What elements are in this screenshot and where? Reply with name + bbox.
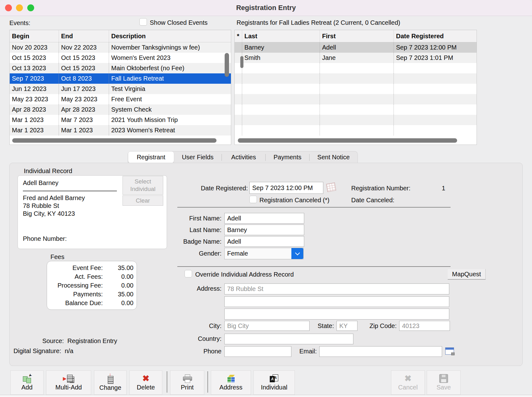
address-line2-input[interactable] [224,296,449,307]
fee-row: Processing Fee:0.00 [50,281,133,290]
event-row[interactable]: Apr 28 2023Apr 28 2023System Check [10,104,231,115]
event-row[interactable]: Mar 1 2023Mar 7 20232021 Youth Mission T… [10,115,231,125]
registrants-vertical-scrollbar[interactable] [240,56,243,68]
mapquest-button[interactable]: MapQuest [448,269,486,280]
events-vertical-scrollbar[interactable] [225,53,229,77]
registrant-panel: Individual Record Adell Barney Fred and … [9,163,523,366]
event-row[interactable]: Jun 12 2023Jun 17 2023Test Virginia [10,84,231,94]
date-registered-input[interactable]: Sep 7 2023 12:00 PM [249,182,323,194]
registrant-row[interactable] [235,115,477,125]
calendar-icon[interactable] [326,183,336,192]
cell: Oct 15 2023 [59,53,109,63]
cell [242,104,320,115]
fee-label: Processing Fee: [50,282,103,289]
override-address-checkbox[interactable] [185,270,192,278]
city-input[interactable]: Big City [224,321,310,331]
delete-button-label: Delete [137,384,155,391]
fee-row: Balance Due:0.00 [50,299,133,307]
select-individual-button[interactable]: Select Individual [123,176,163,195]
cell: Oct 15 2023 [59,63,109,73]
gender-dropdown-button[interactable] [291,248,303,259]
column-header-last[interactable]: Last [242,30,320,42]
country-input[interactable] [224,334,353,344]
address-line1-input[interactable]: 78 Rubble St [224,283,449,294]
column-header-description[interactable]: Description [109,30,231,42]
registrant-row[interactable] [235,104,477,115]
tab-activities[interactable]: Activities [222,151,265,163]
fees-label: Fees [50,253,64,261]
tab-user-fields[interactable]: User Fields [174,151,222,163]
registrant-row[interactable]: BarneyAdellSep 7 2023 12:00 PM [235,42,477,53]
column-header-begin[interactable]: Begin [10,30,59,42]
multi-add-button-label: Multi-Add [55,384,82,391]
event-row[interactable]: Nov 20 2023Nov 22 2023November Tanksgivn… [10,42,231,53]
badge-name-input[interactable]: Adell [224,236,304,247]
tab-registrant[interactable]: Registrant [128,151,174,163]
state-input[interactable]: KY [336,321,357,331]
show-closed-events-label: Show Closed Events [150,19,208,26]
registrant-row[interactable] [235,94,477,104]
registrant-row[interactable] [235,84,477,94]
individual-record-box: Adell Barney Fred and Adell Barney 78 Ru… [18,175,167,249]
fee-row: Event Fee:35.00 [50,263,133,272]
city-label: City: [159,322,222,330]
cell [242,115,320,125]
change-button[interactable]: ↓ Change [94,370,127,395]
delete-button[interactable]: ✖ Delete [129,370,162,395]
first-name-input[interactable]: Adell [224,213,304,224]
window-bottom-edge [0,395,532,397]
cell [235,73,242,84]
fee-label: Balance Due: [50,299,103,307]
tab-payments[interactable]: Payments [266,151,309,163]
cell: May 23 2023 [59,94,109,104]
cell [242,94,320,104]
column-header-first[interactable]: First [320,30,394,42]
cell: Oct 8 2023 [59,73,109,84]
digital-signature-value: n/a [65,347,73,354]
event-row[interactable]: Sep 7 2023Oct 8 2023Fall Ladies Retreat [10,73,231,84]
registrants-horizontal-scrollbar[interactable] [238,138,457,143]
event-row[interactable]: Oct 15 2023Oct 15 2023Women's Event 2023 [10,53,231,63]
save-button[interactable]: Save [427,370,461,395]
individual-button[interactable]: AA Individual [253,370,295,395]
print-button[interactable]: Print [170,370,204,395]
change-button-label: Change [99,384,121,391]
multi-add-button[interactable]: ▶ Multi-Add [46,370,91,395]
registrant-row[interactable]: SmithJaneSep 7 2023 1:01 PM [235,53,477,63]
add-button[interactable]: ➤ Add [10,370,44,395]
fee-label: Act. Fees: [50,273,103,280]
cancel-button[interactable]: ✖ Cancel [391,370,425,395]
fees-box: Event Fee:35.00Act. Fees:0.00Processing … [47,261,137,310]
cell [320,84,394,94]
date-canceled-label: Date Canceled: [351,197,394,204]
address-label: Address: [159,285,222,292]
last-name-label: Last Name: [159,226,222,234]
show-closed-events-checkbox[interactable] [139,18,147,26]
gender-select[interactable]: Female [224,248,304,259]
zip-code-label: Zip Code: [361,322,397,330]
registrant-row[interactable] [235,73,477,84]
phone-input[interactable] [224,346,291,357]
digital-signature-row: Digital Signature: n/a [13,347,73,355]
clear-button[interactable]: Clear [123,195,163,206]
events-label: Events: [9,19,30,27]
column-header-end[interactable]: End [59,30,109,42]
registrant-row[interactable] [235,63,477,73]
events-horizontal-scrollbar[interactable] [12,138,216,143]
registration-canceled-checkbox[interactable] [249,196,257,203]
event-row[interactable]: Oct 13 2023Oct 15 2023Main Oktoberfest (… [10,63,231,73]
event-row[interactable]: Mar 1 2023Mar 1 20232023 Women's Retreat [10,125,231,135]
address-line3-input[interactable] [224,309,449,320]
address-button[interactable]: Address [211,370,251,395]
column-header-star[interactable]: * [235,30,242,42]
column-header-date-registered[interactable]: Date Registered [394,30,477,42]
fee-value: 35.00 [103,291,133,298]
event-row[interactable]: May 23 2023May 23 2023Free Event [10,94,231,104]
email-input[interactable] [319,346,442,357]
email-icon[interactable] [445,347,454,355]
registrant-row[interactable] [235,125,477,135]
zip-code-input[interactable]: 40123 [399,321,450,331]
tab-sent-notice[interactable]: Sent Notice [310,151,357,163]
last-name-input[interactable]: Barney [224,225,304,235]
cell [320,94,394,104]
